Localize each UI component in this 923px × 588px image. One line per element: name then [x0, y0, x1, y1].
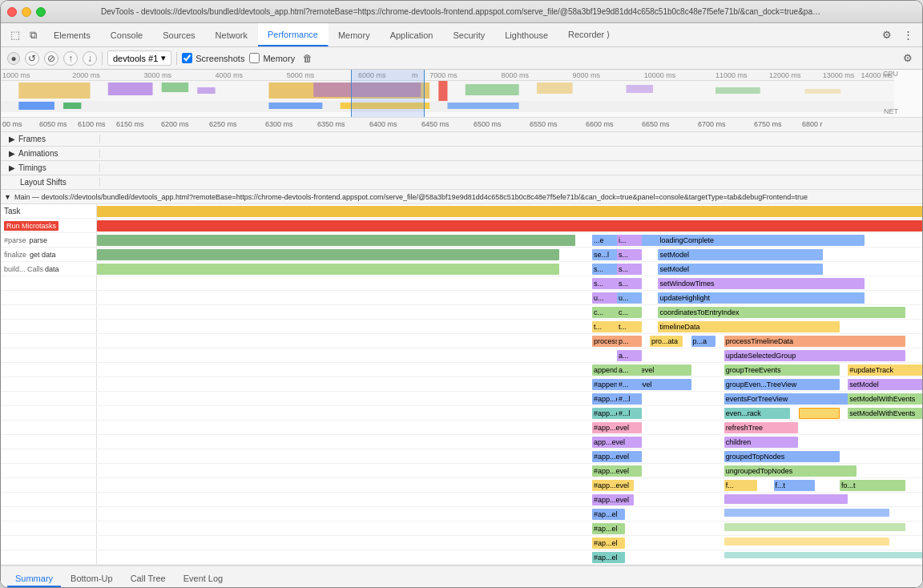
- ap4-1[interactable]: #ap...el: [592, 552, 625, 563]
- appevel-content-1[interactable]: #app...evel #...l eventsForTreeView setM…: [97, 392, 922, 406]
- settings-icon[interactable]: ⚙: [879, 27, 895, 43]
- minimize-button[interactable]: [22, 7, 31, 17]
- tab-elements[interactable]: Elements: [44, 23, 101, 46]
- misc-1[interactable]: [724, 494, 848, 504]
- appevel-content-2[interactable]: #app...evel #...l even...rack setModelWi…: [97, 406, 922, 421]
- app2-h[interactable]: #...: [617, 379, 642, 390]
- screenshots-checkbox[interactable]: [182, 53, 192, 63]
- appevel-content-8[interactable]: #app...evel: [97, 493, 922, 507]
- ap3-1[interactable]: #ap...el: [592, 538, 625, 549]
- swt-s[interactable]: s...: [617, 278, 642, 289]
- usg-label[interactable]: updateSelectedGroup: [724, 350, 906, 361]
- trash-icon[interactable]: 🗑: [300, 50, 316, 66]
- ap2-misc[interactable]: [724, 523, 906, 531]
- ptd-label[interactable]: processTimelineData: [724, 336, 906, 347]
- ap-content-3[interactable]: #ap...el: [97, 536, 922, 550]
- appevel-content-7[interactable]: #app...evel f... f...t fo...t: [97, 478, 922, 493]
- parse-block-1[interactable]: [97, 235, 575, 246]
- ut-label[interactable]: #updateTrack: [848, 364, 922, 376]
- ap-content-2[interactable]: #ap...el: [97, 522, 922, 536]
- ptd-s[interactable]: p...: [617, 336, 642, 347]
- task-content[interactable]: [97, 204, 922, 219]
- app-a[interactable]: a...: [617, 364, 642, 376]
- finalize-content[interactable]: se...l s... setModel: [97, 248, 922, 262]
- app9-1[interactable]: #app...evel: [592, 480, 634, 491]
- fo-label[interactable]: fo...t: [840, 480, 905, 491]
- device-toolbar-icon[interactable]: ⧉: [25, 27, 41, 43]
- loading-complete-label-1[interactable]: i...: [617, 235, 642, 246]
- app10-1[interactable]: #app...evel: [592, 494, 634, 505]
- tld-label[interactable]: timelineData: [658, 321, 840, 332]
- tld-s[interactable]: t...: [617, 321, 642, 332]
- overview-panel[interactable]: 1000 ms 2000 ms 3000 ms 4000 ms 5000 ms …: [1, 70, 922, 118]
- setmodel-label-1[interactable]: setModel: [658, 249, 823, 260]
- tab-lighthouse[interactable]: Lighthouse: [495, 23, 558, 46]
- rt-label[interactable]: refreshTree: [724, 422, 799, 433]
- a-content[interactable]: a... updateSelectedGroup: [97, 348, 922, 363]
- parse-content[interactable]: ...e i... loadingComplete: [97, 233, 922, 248]
- ap-content-4[interactable]: #ap...el: [97, 550, 922, 565]
- er-label[interactable]: even...rack: [724, 408, 790, 419]
- tab-call-tree[interactable]: Call Tree: [123, 570, 174, 587]
- tab-memory[interactable]: Memory: [328, 23, 381, 46]
- gtn-label[interactable]: groupedTopNodes: [724, 451, 840, 462]
- tab-summary[interactable]: Summary: [7, 570, 61, 587]
- smwe-label-2[interactable]: [799, 408, 840, 419]
- record-button[interactable]: ●: [7, 52, 20, 65]
- app4-h[interactable]: #...l: [617, 408, 642, 419]
- ptd-pro[interactable]: pro...ata: [650, 336, 683, 347]
- a-1[interactable]: a...: [617, 350, 642, 361]
- more-icon[interactable]: ⋮: [900, 27, 916, 43]
- sm-label[interactable]: setModel: [848, 379, 922, 390]
- uh-label[interactable]: updateHighlight: [658, 292, 865, 304]
- tab-application[interactable]: Application: [381, 23, 444, 46]
- tab-performance[interactable]: Performance: [258, 23, 328, 46]
- tab-sources[interactable]: Sources: [153, 23, 205, 46]
- setmodel-s2[interactable]: s...: [617, 264, 642, 275]
- app8-1[interactable]: #app...evel: [592, 465, 642, 477]
- inspect-icon[interactable]: ⬚: [7, 27, 23, 43]
- f1-label[interactable]: f...: [724, 480, 757, 491]
- updatehighlight-content[interactable]: u... u... updateHighlight: [97, 291, 922, 305]
- eftv-label[interactable]: eventsForTreeView: [724, 393, 856, 405]
- memory-checkbox-label[interactable]: Memory: [249, 53, 295, 63]
- coord-s[interactable]: c...: [617, 307, 642, 318]
- app5-1[interactable]: #app...evel: [592, 422, 642, 433]
- append2-content[interactable]: #append...AtLevel #... groupEven...TreeV…: [97, 377, 922, 392]
- close-button[interactable]: [7, 7, 17, 17]
- run-microtasks-block[interactable]: [97, 220, 922, 232]
- flame-scroll[interactable]: ▶ Frames ▶ Animations ▶: [1, 132, 922, 565]
- swt-label[interactable]: setWindowTimes: [658, 278, 865, 289]
- children-label[interactable]: children: [724, 437, 799, 448]
- setmodel-label-2[interactable]: setModel: [658, 264, 823, 275]
- processtimeline-content[interactable]: processl...torTrace p... pro...ata p...a…: [97, 334, 922, 348]
- ptd-pa[interactable]: p...a: [691, 336, 716, 347]
- ft-label[interactable]: f...t: [774, 480, 816, 491]
- smwe-label-3[interactable]: setModelWithEvents: [848, 408, 922, 419]
- tab-bottom-up[interactable]: Bottom-Up: [62, 570, 121, 587]
- app-1[interactable]: appendTr...AtLevel: [592, 364, 691, 376]
- task-block-main[interactable]: [97, 206, 922, 217]
- settings-gear-icon[interactable]: ⚙: [900, 50, 916, 66]
- loading-complete-2[interactable]: loadingComplete: [658, 235, 865, 246]
- ap2-1[interactable]: #ap...el: [592, 523, 625, 534]
- uh-s[interactable]: u...: [617, 292, 642, 304]
- tab-event-log[interactable]: Event Log: [175, 570, 232, 587]
- finalize-block[interactable]: [97, 249, 559, 260]
- tab-network[interactable]: Network: [206, 23, 258, 46]
- setmodel-s1[interactable]: s...: [617, 249, 642, 260]
- overview-selection[interactable]: [351, 70, 425, 117]
- appevel-content-4[interactable]: app...evel children: [97, 435, 922, 449]
- download-button[interactable]: ↓: [83, 51, 97, 66]
- ap4-misc[interactable]: [724, 552, 922, 558]
- appevel-content-5[interactable]: #app...evel groupedTopNodes: [97, 449, 922, 464]
- smwe-label-1[interactable]: setModelWithEvents: [848, 393, 922, 405]
- maximize-button[interactable]: [36, 7, 46, 17]
- clear-button[interactable]: ⊘: [44, 51, 58, 66]
- run-microtasks-content[interactable]: [97, 219, 922, 233]
- getv-label[interactable]: groupEven...TreeView: [724, 379, 840, 390]
- build-calls-content[interactable]: s... s... setModel: [97, 262, 922, 276]
- timelinedata-content[interactable]: t... t... timelineData: [97, 320, 922, 334]
- app6-1[interactable]: app...evel: [592, 437, 642, 448]
- ap1-misc[interactable]: [724, 509, 889, 517]
